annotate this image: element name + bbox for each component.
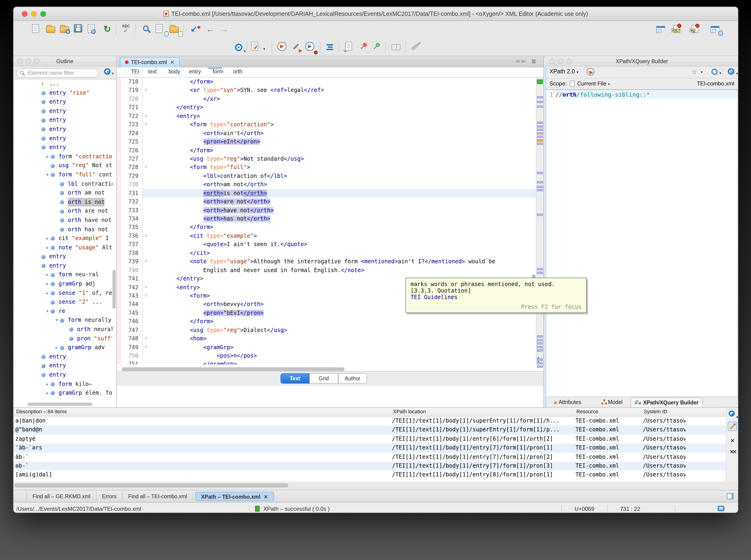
code-line[interactable]: 739▽ <note type="usage">Although the int… <box>117 257 536 266</box>
expand-arrow-icon[interactable]: ▶ <box>44 280 51 288</box>
breadcrumb-item[interactable]: text <box>148 69 157 74</box>
ruler-match-mark[interactable] <box>537 140 542 141</box>
outline-item[interactable]: ▶form kilo– <box>14 380 112 389</box>
outline-item[interactable]: ▼form "full" contraction of <box>14 171 112 179</box>
debug-scenario-button[interactable] <box>305 42 316 53</box>
format-indent-button[interactable] <box>327 43 334 54</box>
code-line[interactable]: 728▽ <form type="full"> <box>117 163 536 172</box>
associate-schema-pin-button[interactable] <box>359 42 370 53</box>
outline-item[interactable]: orth neurally <box>14 325 112 334</box>
ruler-match-mark[interactable] <box>537 172 542 174</box>
panel-tab-xpath-xquery-builder[interactable]: //★XPath/XQuery Builder <box>631 398 703 407</box>
breadcrumb-item[interactable]: form <box>213 69 223 74</box>
code-line[interactable]: 719▽ <xr type="syn">SYN. see <ref>legal<… <box>117 86 536 95</box>
expand-arrow-icon[interactable]: ▶ <box>44 152 51 161</box>
configure-transformation-button[interactable]: ▶ <box>291 42 302 53</box>
bottom-tab-xpath-tei-combo-xml[interactable]: XPath – TEI-combo.xml✕ <box>195 492 274 501</box>
editor-tab[interactable]: TEI-combo.xml✕ <box>120 57 179 67</box>
code-line[interactable]: 735 </form> <box>117 223 536 232</box>
breadcrumb-item[interactable]: orth <box>233 69 242 74</box>
breadcrumb-item[interactable]: TEI <box>131 69 139 74</box>
outline-item[interactable]: ▶sense "1" of, relating to <box>14 288 112 298</box>
expand-arrow-icon[interactable]: ▼ <box>44 171 51 179</box>
fold-marker-icon[interactable]: ▽ <box>143 112 150 120</box>
ruler-match-mark[interactable] <box>537 268 542 270</box>
outline-item[interactable]: lbl contraction of <box>14 179 112 188</box>
ruler-match-mark[interactable] <box>537 189 542 191</box>
mode-button-text[interactable]: Text <box>280 373 309 383</box>
code-line[interactable]: 729 <lbl>contraction of</lbl> <box>117 172 536 180</box>
outline-item[interactable]: entry <box>14 116 112 125</box>
code-line[interactable]: 749▽ <gramGrp> <box>117 343 536 352</box>
outline-item[interactable]: orth am not <box>14 188 112 198</box>
back-icon[interactable]: ← <box>205 24 216 35</box>
outline-horizontal-scrollbar[interactable] <box>27 403 93 406</box>
editor-perspective-button[interactable] <box>656 24 667 35</box>
forward-icon[interactable]: → <box>219 24 230 35</box>
next-editor-icon[interactable]: ▻ <box>522 58 526 64</box>
fold-marker-icon[interactable]: ▽ <box>143 257 150 266</box>
ruler-match-mark[interactable] <box>537 359 542 360</box>
code-line[interactable]: 725 <pron>eInt</pron> <box>117 137 536 146</box>
code-line[interactable]: 748▽ <hom> <box>117 334 536 343</box>
ruler-match-mark[interactable] <box>537 182 542 183</box>
ruler-match-mark[interactable] <box>537 136 542 137</box>
reload-icon[interactable]: ↻ <box>102 24 113 35</box>
expand-arrow-icon[interactable]: ▶ <box>44 243 51 252</box>
expand-arrow-icon[interactable]: ▶ <box>44 389 51 398</box>
outline-item[interactable]: ▶cit "example" I ain't seen it. <box>14 234 112 243</box>
xslt-debugger-perspective-button[interactable]: XSLT <box>673 24 685 35</box>
outline-vertical-scrollbar[interactable] <box>112 270 116 309</box>
expand-arrow-icon[interactable]: ▼ <box>44 307 51 316</box>
validate-button[interactable]: ✓ <box>251 42 262 53</box>
ruler-match-mark[interactable] <box>537 272 542 274</box>
favorites-star-icon[interactable]: ☆ <box>691 68 697 76</box>
code-line[interactable]: 722▽ <entry> <box>117 112 536 120</box>
code-line[interactable]: 737 <quote>I ain't seen it.</quote> <box>117 240 536 249</box>
editor-list-icon[interactable]: ≣ <box>531 58 536 64</box>
check-wellformed-pin-button[interactable] <box>372 42 383 53</box>
code-line[interactable]: 730 <orth>am not</orth> <box>117 180 536 189</box>
code-line[interactable]: 740 English and never used in formal Eng… <box>117 266 536 275</box>
ruler-match-mark[interactable] <box>537 133 542 134</box>
format-document-button[interactable]: ⤷ <box>345 42 356 53</box>
xpath-settings-gear-icon[interactable]: ▾ <box>234 42 245 54</box>
close-tab-icon[interactable]: ✕ <box>170 59 174 65</box>
ruler-match-mark[interactable] <box>537 101 542 103</box>
outline-item[interactable]: orth has not <box>14 225 112 234</box>
outline-item[interactable]: entry <box>14 98 112 106</box>
outline-item[interactable]: orth are not <box>14 207 112 216</box>
validate-dropdown-caret[interactable]: ▾ <box>263 47 265 51</box>
outline-item[interactable]: ▶form "contraction" <box>14 152 112 161</box>
save-button[interactable] <box>74 24 85 35</box>
ruler-match-mark[interactable] <box>537 343 542 344</box>
expand-arrow-icon[interactable]: ▶ <box>44 234 51 243</box>
scope-dropdown[interactable]: Current File ▾ <box>577 80 610 87</box>
outline-item[interactable]: entry <box>14 143 112 152</box>
results-horizontal-scrollbar[interactable] <box>14 483 289 487</box>
ruler-match-mark[interactable] <box>537 106 542 107</box>
code-line[interactable]: 751 </gramGrp> <box>117 360 536 364</box>
bottom-tab-errors[interactable]: Errors <box>96 492 123 501</box>
ruler-match-mark[interactable] <box>537 143 542 144</box>
editor-horizontal-scrollbar[interactable] <box>122 367 344 371</box>
code-line[interactable]: 726 </form> <box>117 146 536 155</box>
outline-item[interactable]: entry <box>14 353 112 361</box>
xpath-query-editor[interactable]: 1 //orth/following-sibling::* <box>546 89 738 397</box>
ruler-match-mark[interactable] <box>537 214 542 216</box>
code-line[interactable]: 718 </form> <box>117 78 536 86</box>
ruler-prev-icon[interactable]: ▴ <box>537 355 539 359</box>
result-row[interactable]: zaptyé/TEI[1]/text[1]/body[1]/entry[6]/f… <box>14 435 726 444</box>
results-header-resource[interactable]: Resource <box>576 408 598 414</box>
outline-item[interactable]: ▶note "usage" Although the <box>14 243 112 252</box>
outline-item[interactable]: !... <box>14 79 112 88</box>
outline-item[interactable]: entry <box>14 134 112 143</box>
outline-item[interactable]: orth is not <box>14 198 112 207</box>
ruler-match-mark[interactable] <box>537 129 542 131</box>
result-row[interactable]: 'äb-`ərs/TEI[1]/text[1]/body[1]/entry[7]… <box>14 443 726 453</box>
outline-item[interactable]: sense "2" ... <box>14 298 112 307</box>
code-line[interactable]: 750 <pos>n</pos> <box>117 352 536 360</box>
find-in-files-button[interactable] <box>170 24 181 35</box>
code-line[interactable]: 723▽ <form type="contraction"> <box>117 120 536 129</box>
panel-toggle-icon[interactable] <box>727 493 733 499</box>
